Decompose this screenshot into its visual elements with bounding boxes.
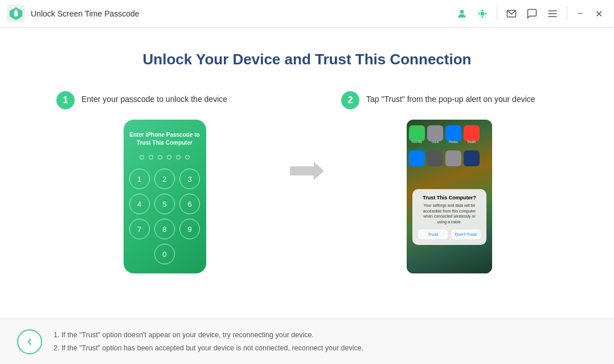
phone-mockup-passcode: Enter iPhone Passcode to Trust This Comp… bbox=[124, 120, 206, 273]
svg-point-10 bbox=[485, 13, 486, 15]
mail-icon bbox=[506, 8, 517, 19]
trust-dialog: Trust This Computer? Your settings and d… bbox=[412, 189, 486, 245]
dot-4 bbox=[167, 155, 171, 159]
key-8[interactable]: 8 bbox=[154, 219, 175, 239]
key-4[interactable]: 4 bbox=[129, 194, 150, 214]
arrow-right-icon bbox=[290, 159, 324, 182]
steps-row: 1 Enter your passcode to unlock the devi… bbox=[51, 91, 563, 273]
key-6[interactable]: 6 bbox=[179, 194, 200, 214]
app-icon-wallet bbox=[464, 150, 480, 166]
app-icon-health bbox=[464, 125, 480, 141]
app-icon-camera bbox=[427, 150, 443, 166]
title-bar-left: Unlock Screen Time Passcode bbox=[7, 5, 140, 23]
svg-point-6 bbox=[480, 12, 484, 16]
step-2-header: 2 Tap "Trust" from the pop-up alert on y… bbox=[335, 91, 563, 109]
key-0[interactable]: 0 bbox=[154, 244, 175, 264]
key-5[interactable]: 5 bbox=[154, 194, 175, 214]
trust-dialog-body: Your settings and data will be accessibl… bbox=[418, 203, 481, 225]
note-2: 2. If the "Trust" option has been accept… bbox=[54, 342, 363, 355]
dot-5 bbox=[176, 155, 181, 159]
dot-6 bbox=[185, 155, 190, 159]
chat-icon bbox=[526, 8, 538, 19]
svg-point-4 bbox=[460, 10, 464, 14]
dont-trust-button[interactable]: Don't Trust bbox=[451, 230, 481, 239]
page-title: Unlock Your Device and Trust This Connec… bbox=[143, 51, 472, 68]
arrow-container bbox=[279, 159, 335, 182]
tools-icon-button[interactable] bbox=[474, 5, 491, 22]
svg-marker-15 bbox=[290, 162, 324, 180]
dot-2 bbox=[149, 155, 153, 159]
step-1-header: 1 Enter your passcode to unlock the devi… bbox=[51, 91, 279, 109]
app-icon-appstore bbox=[409, 150, 425, 166]
svg-point-8 bbox=[481, 17, 483, 18]
svg-point-9 bbox=[478, 13, 480, 15]
step-2-number: 2 bbox=[341, 91, 359, 109]
minimize-button[interactable]: − bbox=[573, 6, 587, 21]
title-bar: Unlock Screen Time Passcode bbox=[0, 0, 614, 28]
footer-notes: 1. If the "Trust" option doesn't appear … bbox=[54, 329, 363, 354]
step-2-text: Tap "Trust" from the pop-up alert on you… bbox=[366, 91, 535, 105]
close-button[interactable]: ✕ bbox=[591, 6, 607, 22]
app-row-2 bbox=[407, 148, 492, 166]
note-1: 1. If the "Trust" option doesn't appear … bbox=[54, 329, 363, 342]
step-1-text: Enter your passcode to unlock the device bbox=[81, 91, 227, 105]
menu-icon-button[interactable] bbox=[544, 5, 561, 22]
app-icon-clock bbox=[427, 125, 443, 141]
app-icon-find bbox=[409, 125, 425, 141]
phone-mockup-trust: Find My Clock Photos Health Trust bbox=[407, 120, 492, 273]
bottom-bar: 1. If the "Trust" option doesn't appear … bbox=[0, 318, 614, 364]
mail-icon-button[interactable] bbox=[503, 5, 520, 22]
key-9[interactable]: 9 bbox=[179, 219, 200, 239]
phone-screen-background: Find My Clock Photos Health Trust bbox=[407, 120, 492, 273]
svg-point-7 bbox=[481, 10, 483, 11]
phone-keypad: 1 2 3 4 5 6 7 8 9 0 bbox=[129, 169, 200, 264]
key-1[interactable]: 1 bbox=[129, 169, 150, 189]
dot-1 bbox=[140, 155, 144, 159]
app-title: Unlock Screen Time Passcode bbox=[31, 9, 140, 18]
user-icon bbox=[456, 8, 468, 19]
dot-3 bbox=[158, 155, 162, 159]
app-row-1 bbox=[407, 123, 492, 141]
trust-dialog-buttons: Trust Don't Trust bbox=[418, 230, 481, 239]
step-1: 1 Enter your passcode to unlock the devi… bbox=[51, 91, 279, 273]
app-logo-icon bbox=[7, 5, 25, 23]
svg-rect-3 bbox=[15, 9, 17, 12]
app-icon-settings bbox=[445, 150, 461, 166]
step-2: 2 Tap "Trust" from the pop-up alert on y… bbox=[335, 91, 563, 273]
user-icon-button[interactable] bbox=[453, 5, 470, 22]
step-1-number: 1 bbox=[56, 91, 75, 109]
tools-icon bbox=[477, 8, 488, 19]
trust-dialog-title: Trust This Computer? bbox=[418, 195, 481, 201]
main-content: Unlock Your Device and Trust This Connec… bbox=[0, 28, 614, 318]
key-3[interactable]: 3 bbox=[179, 169, 200, 189]
menu-icon bbox=[547, 8, 558, 19]
back-button[interactable] bbox=[17, 329, 42, 354]
app-labels-1: Find My Clock Photos Health bbox=[407, 140, 492, 144]
key-2[interactable]: 2 bbox=[154, 169, 175, 189]
back-arrow-icon bbox=[24, 336, 35, 347]
phone-passcode-title: Enter iPhone Passcode to Trust This Comp… bbox=[129, 131, 200, 147]
phone-dots bbox=[140, 155, 190, 159]
title-bar-right: − ✕ bbox=[453, 5, 607, 22]
app-icon-photos bbox=[445, 125, 461, 141]
key-7[interactable]: 7 bbox=[129, 219, 150, 239]
divider bbox=[497, 7, 497, 21]
trust-button[interactable]: Trust bbox=[418, 230, 448, 239]
chat-icon-button[interactable] bbox=[523, 5, 541, 22]
divider2 bbox=[567, 7, 567, 21]
